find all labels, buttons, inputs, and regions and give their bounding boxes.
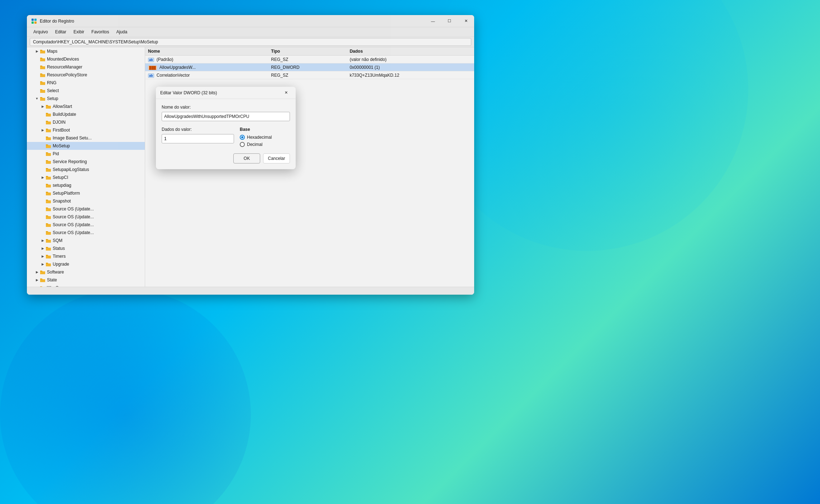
edit-dword-dialog: Editar Valor DWORD (32 bits) ✕ Nome do v…: [156, 87, 296, 169]
dialog-body: Nome do valor: Dados do valor: Base: [156, 99, 296, 169]
radio-dec-circle: [240, 142, 245, 147]
field-data-input[interactable]: [162, 134, 234, 143]
radio-group-base: Hexadecimal Decimal: [240, 135, 290, 147]
cancel-button[interactable]: Cancelar: [263, 153, 290, 163]
radio-decimal[interactable]: Decimal: [240, 142, 290, 147]
field-name-input[interactable]: [162, 112, 290, 121]
radio-hexadecimal[interactable]: Hexadecimal: [240, 135, 290, 140]
radio-hex-label: Hexadecimal: [247, 135, 272, 140]
registry-editor-window: Editor do Registro — ☐ ✕ Arquivo Editar …: [27, 15, 474, 295]
dialog-close-button[interactable]: ✕: [281, 89, 291, 97]
dialog-value-col: Dados do valor:: [162, 127, 234, 148]
dialog-data-row: Dados do valor: Base Hexadecimal: [162, 127, 290, 148]
radio-dec-label: Decimal: [247, 142, 262, 147]
ok-button[interactable]: OK: [233, 153, 260, 163]
base-label: Base: [240, 127, 290, 132]
field-data-label: Dados do valor:: [162, 127, 234, 132]
dialog-title: Editar Valor DWORD (32 bits): [160, 90, 281, 95]
dialog-buttons: OK Cancelar: [162, 153, 290, 163]
dialog-title-bar: Editar Valor DWORD (32 bits) ✕: [156, 87, 296, 99]
radio-hex-circle: [240, 135, 245, 140]
field-name-label: Nome do valor:: [162, 105, 290, 110]
dialog-overlay: Editar Valor DWORD (32 bits) ✕ Nome do v…: [27, 15, 474, 295]
dialog-base-col: Base Hexadecimal Decimal: [240, 127, 290, 148]
